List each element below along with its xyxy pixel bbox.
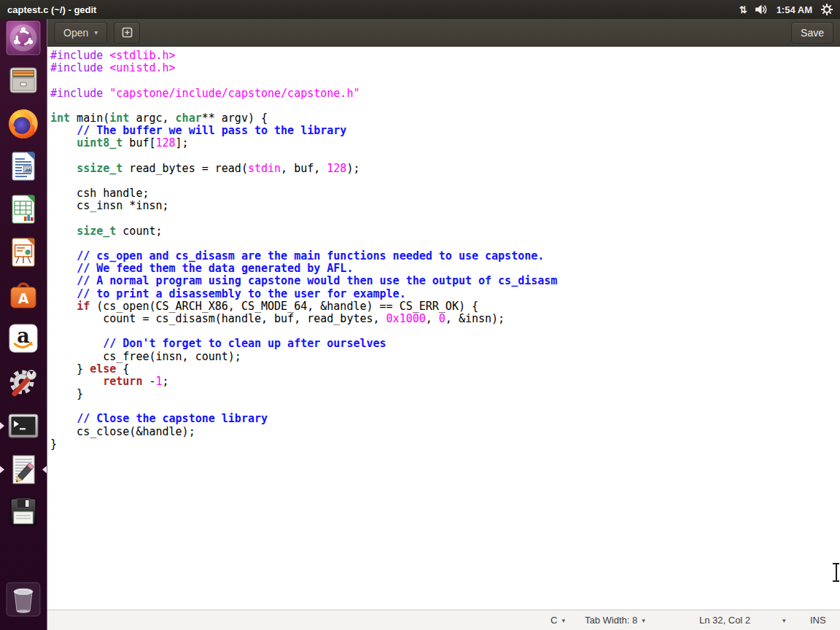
libreoffice-impress-icon[interactable]	[6, 235, 41, 270]
terminal-running-indicator	[0, 422, 4, 429]
editor-text-area[interactable]: #include <stdlib.h>#include <unistd.h> #…	[47, 47, 840, 610]
desktop: captest.c (~/) - gedit ⇅ 1:54 AM	[0, 0, 840, 630]
gedit-focused-indicator	[42, 466, 47, 473]
floppy-disk-icon[interactable]	[6, 494, 41, 529]
system-settings-icon[interactable]	[6, 364, 41, 399]
files-icon[interactable]	[6, 63, 41, 98]
gedit-window: Open ▾ Save #include <stdlib.h>#include …	[47, 19, 840, 630]
cursor-position-label: Ln 32, Col 2	[699, 610, 750, 630]
network-indicator-icon[interactable]: ⇅	[739, 4, 746, 15]
volume-icon[interactable]	[755, 4, 768, 15]
ubuntu-software-icon[interactable]: A	[6, 278, 41, 313]
svg-text:a: a	[17, 324, 30, 347]
open-button[interactable]: Open ▾	[54, 22, 107, 44]
save-button[interactable]: Save	[791, 22, 833, 44]
gedit-statusbar: C ▾ Tab Width: 8 ▾ Ln 32, Col 2 ▾ INS	[47, 610, 840, 630]
insert-mode-label: INS	[810, 610, 826, 630]
tab-width-selector[interactable]: Tab Width: 8 ▾	[585, 610, 645, 630]
libreoffice-writer-icon[interactable]	[6, 149, 41, 184]
new-document-icon	[121, 26, 133, 39]
gedit-running-indicator	[0, 466, 4, 473]
chevron-down-icon: ▾	[642, 617, 645, 624]
svg-text:A: A	[18, 290, 29, 306]
session-gear-icon[interactable]	[821, 4, 833, 15]
gedit-icon[interactable]	[6, 452, 41, 487]
gedit-toolbar: Open ▾ Save	[47, 19, 840, 47]
language-selector[interactable]: C ▾	[551, 610, 565, 630]
amazon-icon[interactable]: a	[6, 321, 41, 356]
code-lines: #include <stdlib.h>#include <unistd.h> #…	[50, 50, 557, 451]
top-panel: captest.c (~/) - gedit ⇅ 1:54 AM	[0, 0, 840, 19]
chevron-down-icon: ▾	[94, 28, 98, 36]
unity-launcher: A a	[0, 19, 47, 630]
terminal-icon[interactable]	[6, 408, 41, 443]
ubuntu-dash-icon[interactable]	[6, 20, 41, 55]
trash-icon[interactable]	[6, 582, 41, 617]
chevron-down-icon: ▾	[561, 617, 565, 624]
libreoffice-calc-icon[interactable]	[6, 192, 41, 227]
clock[interactable]: 1:54 AM	[777, 4, 812, 15]
statusbar-dropdown[interactable]: ▾	[782, 610, 786, 630]
new-document-button[interactable]	[114, 22, 140, 44]
firefox-icon[interactable]	[6, 106, 41, 141]
window-title: captest.c (~/) - gedit	[7, 4, 96, 15]
chevron-down-icon: ▾	[782, 617, 786, 624]
mouse-cursor-ibeam	[832, 563, 840, 582]
